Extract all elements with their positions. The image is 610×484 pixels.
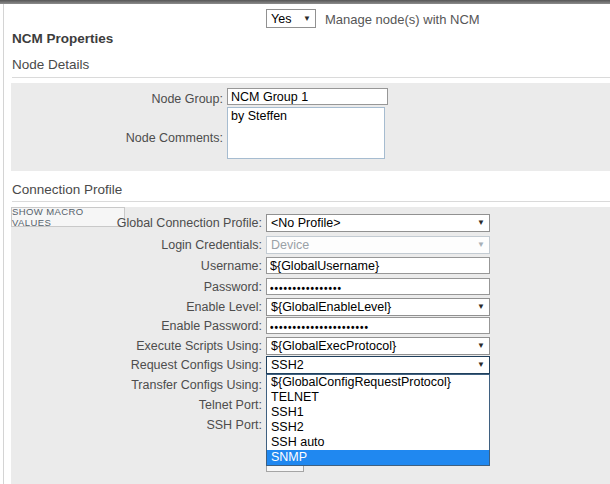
request-configs-dropdown-list: ${GlobalConfigRequestProtocol} TELNET SS… xyxy=(266,374,490,466)
section-divider xyxy=(12,77,610,78)
panel-connection-profile: Global Connection Profile: <No Profile> … xyxy=(11,207,610,484)
dropdown-option[interactable]: SSH2 xyxy=(267,420,489,435)
execute-scripts-select[interactable]: ${GlobalExecProtocol} ▼ xyxy=(266,337,490,355)
global-connection-profile-select[interactable]: <No Profile> ▼ xyxy=(266,214,490,232)
dropdown-option-snmp[interactable]: SNMP xyxy=(267,450,489,465)
telnet-port-label: Telnet Port: xyxy=(11,398,262,412)
request-configs-label: Request Configs Using: xyxy=(11,358,262,372)
login-credentials-value: Device xyxy=(271,238,309,252)
dropdown-option[interactable]: SSH auto xyxy=(267,435,489,450)
dropdown-option[interactable]: ${GlobalConfigRequestProtocol} xyxy=(267,375,489,390)
ssh-port-label: SSH Port: xyxy=(11,418,262,432)
node-group-input[interactable] xyxy=(227,88,388,105)
login-credentials-label: Login Credentials: xyxy=(11,238,262,252)
chevron-down-icon: ▼ xyxy=(477,342,485,350)
chevron-down-icon: ▼ xyxy=(303,15,311,23)
dropdown-option[interactable]: TELNET xyxy=(267,390,489,405)
window-top-bar xyxy=(0,0,610,4)
page-left-border xyxy=(3,4,4,484)
password-label: Password: xyxy=(11,280,262,294)
node-group-label: Node Group: xyxy=(11,92,223,106)
manage-node-select-value: Yes xyxy=(271,12,291,26)
request-configs-value: SSH2 xyxy=(271,358,304,372)
username-input[interactable] xyxy=(266,257,490,274)
enable-password-input[interactable] xyxy=(266,317,490,334)
global-connection-profile-value: <No Profile> xyxy=(271,216,340,230)
node-comments-label: Node Comments: xyxy=(11,131,223,145)
username-label: Username: xyxy=(11,259,262,273)
enable-level-label: Enable Level: xyxy=(11,300,262,314)
ssh-port-input[interactable] xyxy=(266,466,304,472)
manage-node-label: Manage node(s) with NCM xyxy=(325,12,480,27)
password-input[interactable] xyxy=(266,278,490,295)
section-title-connection-profile: Connection Profile xyxy=(12,182,122,197)
execute-scripts-label: Execute Scripts Using: xyxy=(11,339,262,353)
page-title: NCM Properties xyxy=(12,31,113,46)
chevron-down-icon: ▼ xyxy=(477,303,485,311)
section-divider xyxy=(12,201,610,202)
dropdown-option[interactable]: SSH1 xyxy=(267,405,489,420)
panel-node-details: Node Group: Node Comments: by Steffen xyxy=(11,83,610,171)
chevron-down-icon: ▼ xyxy=(477,219,485,227)
node-comments-textarea[interactable]: by Steffen xyxy=(227,107,385,159)
login-credentials-select: Device ▼ xyxy=(266,236,490,254)
section-title-node-details: Node Details xyxy=(12,57,89,72)
manage-node-select[interactable]: Yes ▼ xyxy=(266,9,316,28)
enable-password-label: Enable Password: xyxy=(11,319,262,333)
request-configs-select[interactable]: SSH2 ▼ xyxy=(266,356,490,374)
chevron-down-icon: ▼ xyxy=(477,241,485,249)
transfer-configs-label: Transfer Configs Using: xyxy=(11,378,262,392)
chevron-down-icon: ▼ xyxy=(477,361,485,369)
enable-level-value: ${GlobalEnableLevel} xyxy=(271,300,391,314)
global-connection-profile-label: Global Connection Profile: xyxy=(11,216,262,230)
enable-level-select[interactable]: ${GlobalEnableLevel} ▼ xyxy=(266,298,490,316)
execute-scripts-value: ${GlobalExecProtocol} xyxy=(271,339,396,353)
